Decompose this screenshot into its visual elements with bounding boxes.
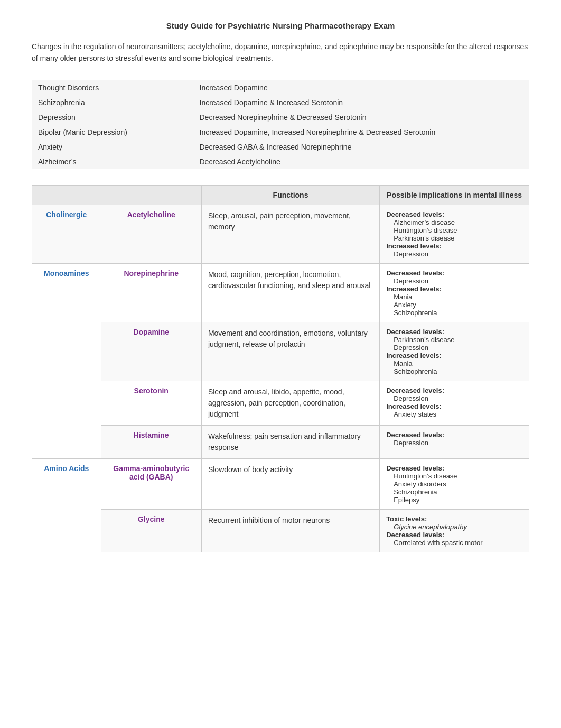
- intro-text: Changes in the regulation of neurotransm…: [32, 41, 529, 64]
- condition-name: Bipolar (Manic Depression): [32, 125, 193, 140]
- condition-description: Decreased Norepinephrine & Decreased Ser…: [193, 110, 530, 125]
- condition-description: Increased Dopamine, Increased Norepineph…: [193, 125, 530, 140]
- implications-cell: Toxic levels:Glycine encephalopathyDecre…: [380, 509, 529, 552]
- neurotransmitter-cell: Histamine: [101, 425, 201, 458]
- functions-cell: Sleep and arousal, libido, appetite, moo…: [201, 381, 379, 425]
- condition-name: Thought Disorders: [32, 80, 193, 95]
- table-row: SerotoninSleep and arousal, libido, appe…: [32, 381, 529, 425]
- category-cell: Cholinergic: [32, 205, 101, 263]
- header-col1: [32, 185, 101, 205]
- condition-row: Thought Disorders Increased Dopamine: [32, 80, 529, 95]
- neurotransmitter-cell: Acetylcholine: [101, 205, 201, 263]
- neurotransmitter-cell: Serotonin: [101, 381, 201, 425]
- implications-cell: Decreased levels:Alzheimer’s diseaseHunt…: [380, 205, 529, 263]
- table-row: DopamineMovement and coordination, emoti…: [32, 322, 529, 381]
- category-cell: Monoamines: [32, 263, 101, 458]
- condition-name: Alzheimer’s: [32, 154, 193, 169]
- functions-cell: Sleep, arousal, pain perception, movemen…: [201, 205, 379, 263]
- neurotransmitter-cell: Norepinephrine: [101, 263, 201, 322]
- condition-row: Anxiety Decreased GABA & Increased Norep…: [32, 140, 529, 154]
- table-row: CholinergicAcetylcholineSleep, arousal, …: [32, 205, 529, 263]
- main-neurotransmitter-table: Functions Possible implications in menta…: [32, 185, 529, 552]
- table-row: HistamineWakefulness; pain sensation and…: [32, 425, 529, 458]
- neurotransmitter-cell: Gamma-aminobutyric acid (GABA): [101, 458, 201, 509]
- table-header-row: Functions Possible implications in menta…: [32, 185, 529, 205]
- implications-cell: Decreased levels:Huntington’s diseaseAnx…: [380, 458, 529, 509]
- functions-cell: Wakefulness; pain sensation and inflamma…: [201, 425, 379, 458]
- condition-row: Depression Decreased Norepinephrine & De…: [32, 110, 529, 125]
- condition-description: Increased Dopamine: [193, 80, 530, 95]
- functions-cell: Slowdown of body activity: [201, 458, 379, 509]
- functions-cell: Movement and coordination, emotions, vol…: [201, 322, 379, 381]
- table-row: Amino AcidsGamma-aminobutyric acid (GABA…: [32, 458, 529, 509]
- condition-description: Decreased GABA & Increased Norepinephrin…: [193, 140, 530, 154]
- implications-cell: Decreased levels:DepressionIncreased lev…: [380, 263, 529, 322]
- header-implications: Possible implications in mental illness: [380, 185, 529, 205]
- implications-cell: Decreased levels:Depression: [380, 425, 529, 458]
- condition-table: Thought Disorders Increased Dopamine Sch…: [32, 80, 529, 169]
- functions-cell: Recurrent inhibition of motor neurons: [201, 509, 379, 552]
- condition-description: Decreased Acetylcholine: [193, 154, 530, 169]
- page-title: Study Guide for Psychiatric Nursing Phar…: [32, 21, 529, 30]
- neurotransmitter-cell: Glycine: [101, 509, 201, 552]
- condition-name: Schizophrenia: [32, 95, 193, 110]
- header-functions: Functions: [201, 185, 379, 205]
- condition-name: Anxiety: [32, 140, 193, 154]
- condition-row: Bipolar (Manic Depression) Increased Dop…: [32, 125, 529, 140]
- category-cell: Amino Acids: [32, 458, 101, 552]
- header-col2: [101, 185, 201, 205]
- condition-row: Alzheimer’s Decreased Acetylcholine: [32, 154, 529, 169]
- neurotransmitter-cell: Dopamine: [101, 322, 201, 381]
- condition-name: Depression: [32, 110, 193, 125]
- implications-cell: Decreased levels:Parkinson’s diseaseDepr…: [380, 322, 529, 381]
- table-row: MonoaminesNorepinephrineMood, cognition,…: [32, 263, 529, 322]
- condition-row: Schizophrenia Increased Dopamine & Incre…: [32, 95, 529, 110]
- condition-description: Increased Dopamine & Increased Serotonin: [193, 95, 530, 110]
- table-row: GlycineRecurrent inhibition of motor neu…: [32, 509, 529, 552]
- implications-cell: Decreased levels:DepressionIncreased lev…: [380, 381, 529, 425]
- functions-cell: Mood, cognition, perception, locomotion,…: [201, 263, 379, 322]
